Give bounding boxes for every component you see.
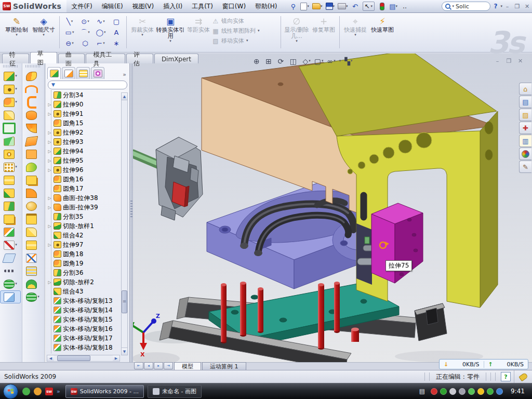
panel-splitter[interactable] (130, 63, 133, 362)
appearances-tab[interactable] (519, 148, 531, 160)
instant3d-icon[interactable]: ▾ (0, 290, 21, 303)
solidworks-quicklaunch-icon[interactable]: SW (45, 388, 53, 395)
doc-minimize-button[interactable]: – (493, 57, 502, 65)
feature-tree-item[interactable]: ▷ 拉伸95 (47, 156, 121, 165)
warning-signal-tray-icon[interactable] (477, 388, 484, 395)
feature-tree-item[interactable]: ▷ 拉伸91 (47, 109, 121, 118)
feature-tree-item[interactable]: ▷ 圆角16 (47, 175, 121, 184)
trim-surface-icon[interactable]: ▾ (22, 238, 43, 251)
convert-entities-button[interactable]: ▣ 转换实体引用▾ (156, 15, 185, 49)
document-tab[interactable]: 运动算例 1 (202, 362, 246, 370)
feature-tree-item[interactable]: ▷ 实体-移动/复制17 (47, 334, 121, 343)
display-delete-relations-button[interactable]: ∅ 显示/删除几...▾ (283, 15, 310, 49)
feature-tree-item[interactable]: ▷ 分割34 (47, 90, 121, 100)
feature-tree-item[interactable]: ▷ 组合42 (47, 231, 121, 240)
messenger-quicklaunch-icon[interactable] (22, 388, 30, 395)
apply-scene-icon[interactable]: ▚ ▾ (343, 56, 353, 66)
shell-icon[interactable]: ▾ (0, 122, 21, 135)
network-speed-overlay[interactable]: ↓0KB/S ↑0KB/S (439, 359, 528, 369)
point-tool-icon[interactable]: ∗ (109, 38, 124, 49)
offset-entities-button[interactable]: ⇉ 等距实体 (185, 15, 212, 49)
view-orientation-icon[interactable]: ◇ ▾ (302, 56, 312, 66)
scroll-thumb[interactable] (57, 355, 90, 361)
ellipse-tool-icon[interactable]: ◯▾ (93, 27, 109, 38)
feature-tree-item[interactable]: ▷ 切除-放样2 (47, 277, 121, 287)
trim-entities-button[interactable]: ✂ 剪裁实体▾ (129, 15, 156, 49)
ribbon-tab[interactable]: 曲面 (58, 54, 85, 63)
rib-icon[interactable]: ▾ (0, 174, 21, 187)
antivirus-shield-tray-icon[interactable] (440, 388, 447, 395)
rapid-sketch-button[interactable]: ⚡ 快速草图 (369, 15, 396, 49)
view-palette-tab[interactable]: ▥ (519, 135, 531, 147)
feature-tree-item[interactable]: ▷ 实体-移动/复制14 (47, 305, 121, 315)
update-tray-icon[interactable] (449, 388, 456, 395)
options-list-icon[interactable]: ▤▾ (389, 2, 397, 11)
select-tool[interactable]: ↖▾ (363, 2, 375, 11)
zoom-fit-icon[interactable]: ⊕ ▾ (252, 56, 263, 66)
doc-restore-button[interactable]: ❐ (504, 57, 514, 65)
ribbon-tab[interactable]: 草图 (30, 52, 57, 63)
move-copy-body-icon[interactable]: ▾ (0, 225, 21, 238)
sketch-fillet-icon[interactable]: ⌐▾ (93, 38, 109, 49)
menu-item[interactable]: 文件(F) (66, 1, 97, 12)
combine-icon[interactable]: ▾ (0, 187, 21, 200)
quick-tips-help-button[interactable]: ? (501, 372, 511, 381)
hide-show-items-icon[interactable]: ∞ ▾ (326, 56, 337, 66)
sync-ball-tray-icon[interactable] (496, 388, 503, 395)
delete-body-icon[interactable]: ▾ (0, 238, 21, 251)
last-tab-button[interactable]: ⇥ (164, 362, 173, 369)
revolved-surface-icon[interactable]: ▾ (22, 83, 43, 96)
file-explorer-tab[interactable]: ▨ (519, 109, 531, 121)
save-icon[interactable]: ▾ (326, 2, 335, 11)
helix-icon[interactable]: ▾ (0, 277, 21, 290)
feature-tree-item[interactable]: ▷ 拉伸90 (47, 100, 121, 109)
linear-sketch-pattern-button[interactable]: ▦ 线性草图阵列▾ (212, 27, 278, 35)
arc-tool-icon[interactable]: ⌒▾ (77, 27, 93, 38)
offset-surface-icon[interactable]: ▾ (22, 174, 43, 187)
extend-surface-icon[interactable]: ▾ (22, 225, 43, 238)
feature-tree-item[interactable]: ▷ 曲面-拉伸39 (47, 203, 121, 212)
boundary-surface-icon[interactable]: ▾ (22, 96, 43, 109)
lofted-surface-icon[interactable]: ▾ (22, 109, 43, 122)
menu-item[interactable]: 工具(T) (187, 1, 218, 12)
feature-tree-item[interactable]: ▷ 切除-放样1 (47, 221, 121, 231)
restore-button[interactable]: ❐ (512, 2, 522, 10)
tag-cell[interactable] (514, 370, 532, 383)
swept-boss-icon[interactable]: ▾ (0, 109, 21, 122)
custom-properties-tab[interactable]: ✎ (519, 161, 531, 173)
expand-arrow-icon[interactable]: ▷ (47, 112, 52, 116)
rotate-view-icon[interactable]: ⟳ ▾ (277, 56, 287, 66)
mirror-entities-button[interactable]: ⚠ 镜向实体 (212, 17, 278, 25)
feature-tree-item[interactable]: ▷ 拉伸96 (47, 165, 121, 175)
delete-face-icon[interactable]: ▾ (22, 200, 43, 212)
swept-surface-icon[interactable]: ▾ (22, 70, 43, 83)
dimxpertmanager-tab[interactable] (91, 67, 104, 79)
shield-plus-tray-icon[interactable] (487, 388, 494, 395)
pin-icon[interactable]: ⚲ (289, 2, 297, 11)
expand-arrow-icon[interactable]: ▷ (47, 130, 52, 135)
feature-tree-item[interactable]: ▷ 实体-移动/复制18 (47, 343, 121, 352)
reference-axis-icon[interactable]: ▾ (0, 264, 21, 277)
scroll-thumb[interactable] (122, 290, 127, 313)
sketch-button[interactable]: ✎ 草图绘制▾ (3, 15, 30, 49)
section-view-icon[interactable]: ◫ ▾ (289, 56, 300, 66)
ribbon-tab[interactable]: 评估 (126, 54, 153, 63)
feature-tree-item[interactable]: ▷ 分割36 (47, 268, 121, 277)
security-alert-tray-icon[interactable] (431, 388, 437, 395)
feature-tree-item[interactable]: ▷ 圆角15 (47, 118, 121, 128)
scroll-up-button[interactable]: ▲ (122, 93, 127, 100)
planar-surface-icon[interactable]: ▾ (22, 135, 43, 148)
tree-filter-input[interactable]: ▼ (48, 81, 127, 89)
feature-tree-item[interactable]: ▷ 拉伸97 (47, 240, 121, 249)
ribbon-tab[interactable]: 特征 (2, 54, 29, 63)
media-quicklaunch-icon[interactable] (34, 388, 42, 395)
expand-arrow-icon[interactable]: ▷ (47, 102, 52, 107)
feature-tree-item[interactable]: ▷ 实体-移动/复制16 (47, 324, 121, 334)
taskbar-window-button[interactable]: SW SolidWorks 2009 - ... (65, 385, 144, 398)
slot-tool-icon[interactable]: ⊖▾ (62, 38, 77, 49)
design-library-tab[interactable]: ▤ (519, 96, 531, 108)
menu-item[interactable]: 帮助(H) (250, 1, 282, 12)
reference-plane-icon[interactable]: ▾ (0, 251, 21, 264)
solidworks-resources-tab[interactable]: ⌂ (519, 83, 531, 95)
freeform-icon[interactable]: ▾ (22, 277, 43, 290)
